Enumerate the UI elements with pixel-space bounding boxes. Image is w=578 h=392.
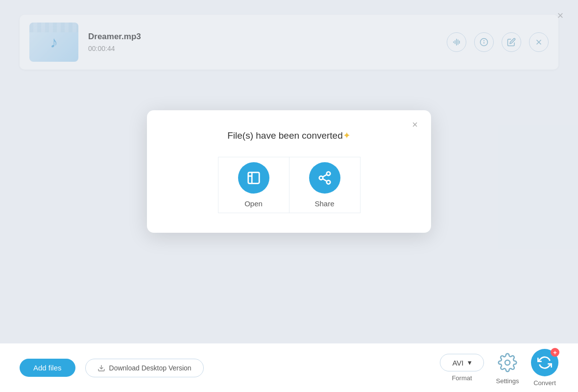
modal-title: File(s) have been converted✦ [162, 130, 416, 141]
main-content: ♪ Dreamer.mp3 00:00:44 [0, 0, 578, 343]
settings-section[interactable]: Settings [496, 351, 519, 385]
convert-plus-badge: + [551, 348, 559, 357]
share-action[interactable]: Share [289, 157, 361, 213]
download-label: Download Desktop Version [109, 364, 192, 372]
add-files-button[interactable]: Add files [20, 359, 75, 377]
open-label: Open [244, 199, 263, 208]
modal-close-button[interactable]: × [409, 118, 421, 131]
svg-line-9 [322, 174, 327, 177]
app-window: × ♪ Dreamer.mp3 00:00:44 [0, 0, 578, 392]
convert-section: + Convert [531, 349, 558, 387]
convert-label: Convert [533, 379, 556, 387]
bottom-toolbar: Add files Download Desktop Version AVI ▾… [0, 343, 578, 392]
svg-point-6 [319, 176, 323, 180]
svg-line-8 [322, 179, 327, 181]
open-icon [246, 171, 261, 185]
format-arrow-icon: ▾ [468, 358, 472, 367]
modal-title-highlight: ✦ [343, 130, 351, 141]
svg-point-11 [505, 360, 510, 365]
share-icon [317, 171, 332, 185]
convert-icon [537, 355, 552, 370]
settings-icon-wrap [496, 351, 519, 374]
toolbar-right: AVI ▾ Format Settings [440, 349, 558, 387]
share-label: Share [314, 199, 334, 208]
format-section: AVI ▾ Format [440, 354, 484, 382]
download-desktop-button[interactable]: Download Desktop Version [85, 359, 204, 377]
modal-actions: Open Share [162, 157, 416, 213]
open-action[interactable]: Open [218, 157, 289, 213]
settings-label: Settings [496, 377, 519, 385]
format-label: Format [452, 374, 472, 382]
settings-icon [498, 353, 517, 372]
share-circle [309, 162, 340, 194]
convert-button-wrap: + [531, 349, 558, 376]
modal-overlay: × File(s) have been converted✦ Op [0, 0, 578, 343]
svg-point-7 [326, 180, 330, 184]
format-selector[interactable]: AVI ▾ [440, 354, 484, 371]
conversion-modal: × File(s) have been converted✦ Op [147, 110, 431, 233]
open-circle [238, 162, 269, 194]
download-icon [97, 364, 105, 372]
format-value: AVI [452, 359, 463, 367]
svg-point-5 [326, 172, 330, 176]
